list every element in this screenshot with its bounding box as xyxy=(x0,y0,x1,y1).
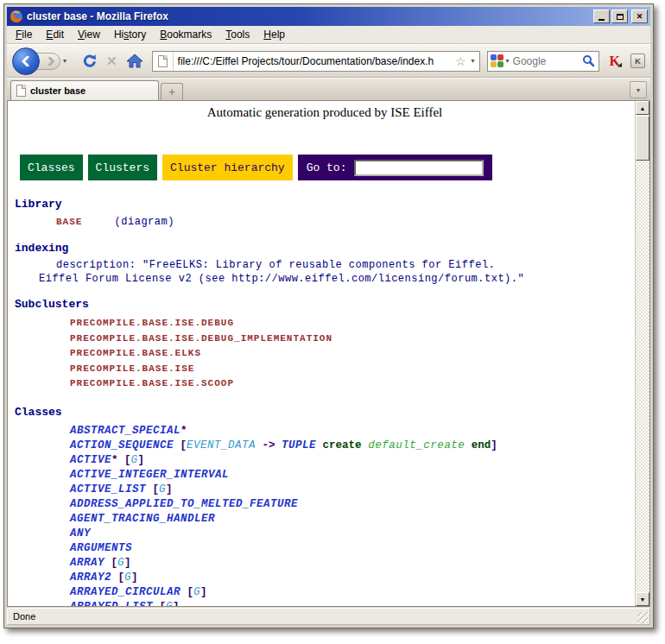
reload-icon xyxy=(82,54,98,69)
minimize-icon xyxy=(598,19,605,21)
close-icon: ✕ xyxy=(636,12,643,21)
classes-list: ABSTRACT_SPECIAL*ACTION_SEQUENCE [EVENT_… xyxy=(70,424,635,607)
class-link[interactable]: ARRAY xyxy=(70,557,104,569)
menu-bookmarks[interactable]: Bookmarks xyxy=(153,27,218,42)
subcluster-link[interactable]: PRECOMPILE.BASE.ISE.SCOOP xyxy=(70,376,635,392)
indexing-line-1: description: "FreeELKS: Library of reusa… xyxy=(56,259,635,271)
classes-button[interactable]: Classes xyxy=(20,155,83,180)
class-row: ANY xyxy=(70,527,635,541)
google-engine-icon xyxy=(491,54,504,67)
menu-file[interactable]: File xyxy=(9,27,39,42)
menu-edit[interactable]: Edit xyxy=(39,27,71,42)
class-link[interactable]: ANY xyxy=(70,527,91,540)
class-link[interactable]: ARRAYED_LIST xyxy=(70,601,153,607)
base-cluster-link[interactable]: BASE xyxy=(56,217,82,227)
class-text-segment: [ xyxy=(180,586,193,598)
address-bar[interactable]: file:///C:/Eiffel Projects/tour/Document… xyxy=(152,51,480,72)
vertical-scrollbar[interactable]: ▲ ▼ xyxy=(635,101,649,606)
close-button[interactable]: ✕ xyxy=(631,9,648,23)
k-extension-button[interactable]: K xyxy=(630,54,645,68)
class-text-segment: G xyxy=(131,454,138,466)
class-text-segment xyxy=(465,439,472,451)
menu-help[interactable]: Help xyxy=(256,27,292,42)
subclusters-heading: Subclusters xyxy=(15,298,635,312)
diagram-link[interactable]: (diagram) xyxy=(115,216,174,228)
new-tab-button[interactable]: + xyxy=(161,83,183,100)
cluster-hierarchy-button[interactable]: Cluster hierarchy xyxy=(162,155,293,180)
bookmark-star-icon[interactable]: ☆ xyxy=(455,54,466,68)
navigation-toolbar: ▾ ✕ file:///C:/Eiffel Projects/tour/Docu… xyxy=(7,44,650,78)
class-row: ARRAYED_CIRCULAR [G] xyxy=(70,585,635,600)
back-button[interactable] xyxy=(12,47,40,75)
goto-input[interactable] xyxy=(354,160,484,176)
class-link[interactable]: ARRAY2 xyxy=(70,571,111,584)
tab-label: cluster base xyxy=(30,85,86,96)
firefox-window: cluster base - Mozilla Firefox ✕ File Ed… xyxy=(3,3,654,628)
class-text-segment xyxy=(316,439,323,451)
class-text-segment: create xyxy=(323,439,362,451)
tab-cluster-base[interactable]: cluster base xyxy=(10,80,159,100)
class-link[interactable]: TUPLE xyxy=(282,439,316,451)
kaspersky-icon[interactable]: K xyxy=(610,54,620,69)
class-text-segment: G xyxy=(166,601,173,607)
home-icon xyxy=(126,54,143,68)
search-go-icon[interactable] xyxy=(582,54,595,67)
site-identity[interactable] xyxy=(153,52,174,71)
class-link[interactable]: ACTIVE_INTEGER_INTERVAL xyxy=(70,469,229,481)
page-banner: Automatic generation produced by ISE Eif… xyxy=(15,104,635,120)
url-text[interactable]: file:///C:/Eiffel Projects/tour/Document… xyxy=(174,55,455,67)
stop-button[interactable]: ✕ xyxy=(106,54,117,69)
scroll-thumb[interactable] xyxy=(636,116,649,161)
url-dropdown-button[interactable]: ▾ xyxy=(472,57,475,65)
class-text-segment: EVENT_DATA xyxy=(187,439,256,451)
search-box[interactable]: ▾ xyxy=(487,51,599,72)
scroll-down-button[interactable]: ▼ xyxy=(636,592,649,606)
menu-tools[interactable]: Tools xyxy=(218,27,256,42)
history-dropdown-button[interactable]: ▾ xyxy=(63,57,66,65)
class-link[interactable]: ARRAYED_CIRCULAR xyxy=(70,586,180,598)
home-button[interactable] xyxy=(126,54,143,68)
class-row: ACTIVE* [G] xyxy=(70,453,635,468)
class-link[interactable]: ACTION_SEQUENCE xyxy=(70,439,174,451)
class-text-segment xyxy=(362,439,369,451)
class-text-segment: ] xyxy=(491,439,497,451)
goto-box: Go to: xyxy=(298,155,493,180)
back-arrow-icon xyxy=(21,56,31,66)
clusters-button[interactable]: Clusters xyxy=(88,155,157,180)
tab-bar: cluster base + ▾ xyxy=(7,78,650,100)
maximize-button[interactable] xyxy=(611,9,628,23)
subcluster-link[interactable]: PRECOMPILE.BASE.ISE.DEBUG_IMPLEMENTATION xyxy=(70,331,635,347)
list-all-tabs-button[interactable]: ▾ xyxy=(630,81,647,98)
class-text-segment: [ xyxy=(174,439,187,451)
menu-view[interactable]: View xyxy=(71,27,107,42)
page-button-row: Classes Clusters Cluster hierarchy Go to… xyxy=(20,155,635,180)
library-row: BASE (diagram) xyxy=(56,216,635,228)
classes-heading: Classes xyxy=(15,406,635,420)
class-link[interactable]: ADDRESS_APPLIED_TO_MELTED_FEATURE xyxy=(70,498,298,510)
subcluster-link[interactable]: PRECOMPILE.BASE.ELKS xyxy=(70,346,635,362)
class-row: ARRAY [G] xyxy=(70,556,635,571)
class-link[interactable]: ABSTRACT_SPECIAL xyxy=(70,425,180,437)
class-row: ACTION_SEQUENCE [EVENT_DATA -> TUPLE cre… xyxy=(70,439,635,453)
menu-history[interactable]: History xyxy=(107,27,153,42)
firefox-logo-icon xyxy=(10,9,23,23)
page-favicon-icon xyxy=(158,55,168,67)
class-link[interactable]: ARGUMENTS xyxy=(70,542,132,554)
class-link[interactable]: ACTIVE_LIST xyxy=(70,483,146,496)
class-text-segment: ] xyxy=(124,557,131,569)
class-link[interactable]: ACTIVE xyxy=(70,454,111,466)
reload-button[interactable] xyxy=(82,54,98,69)
subcluster-link[interactable]: PRECOMPILE.BASE.ISE xyxy=(70,362,635,377)
scroll-up-button[interactable]: ▲ xyxy=(636,101,649,115)
search-input[interactable] xyxy=(510,55,582,67)
subcluster-link[interactable]: PRECOMPILE.BASE.ISE.DEBUG xyxy=(70,316,635,331)
resize-grip[interactable] xyxy=(637,612,649,623)
goto-label: Go to: xyxy=(307,161,347,174)
class-link[interactable]: AGENT_TRACING_HANDLER xyxy=(70,513,215,525)
minimize-button[interactable] xyxy=(593,9,610,23)
class-text-segment: [ xyxy=(146,483,159,496)
class-row: ARRAYED_LIST [G] xyxy=(70,600,635,607)
tab-favicon-icon xyxy=(16,85,26,97)
class-text-segment: ] xyxy=(138,454,145,466)
forward-arrow-icon xyxy=(47,57,55,66)
